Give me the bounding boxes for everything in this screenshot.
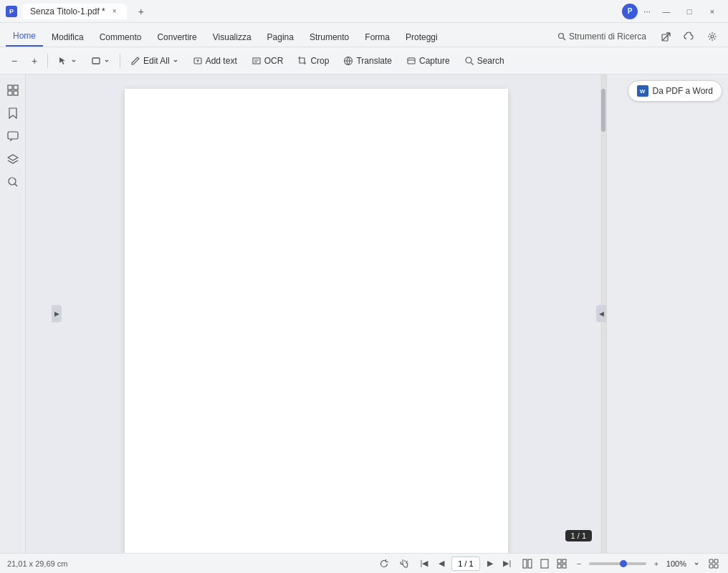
edit-all-button[interactable]: Edit All	[125, 53, 184, 69]
new-tab-button[interactable]: +	[133, 3, 150, 20]
svg-rect-22	[562, 559, 566, 563]
dropdown-arrow-2-icon	[104, 58, 110, 64]
search-button[interactable]: Search	[459, 53, 510, 69]
pdf-page	[125, 89, 508, 553]
app-icon: P	[6, 6, 17, 17]
svg-rect-15	[8, 132, 18, 139]
add-text-icon	[193, 56, 203, 66]
titlebar-left: P Senza Titolo-1.pdf * × +	[6, 3, 150, 20]
svg-point-3	[711, 35, 714, 38]
fit-page-button[interactable]	[537, 557, 552, 571]
first-page-button[interactable]: |◀	[417, 557, 431, 571]
ocr-button[interactable]: OCR	[246, 53, 289, 69]
svg-rect-12	[14, 85, 18, 90]
translate-button[interactable]: Translate	[337, 53, 398, 69]
svg-rect-27	[709, 564, 713, 568]
svg-rect-20	[541, 559, 548, 568]
left-panel-collapse-button[interactable]: ▶	[52, 305, 62, 322]
svg-point-9	[466, 57, 471, 63]
page-navigation: |◀ ◀ ▶ ▶|	[417, 557, 514, 571]
zoom-in-status-button[interactable]: +	[649, 557, 664, 571]
menu-modifica[interactable]: Modifica	[44, 28, 91, 47]
menu-forma[interactable]: Forma	[358, 28, 397, 47]
menubar-right: Strumenti di Ricerca	[550, 27, 722, 47]
edit-all-icon	[130, 56, 140, 66]
right-panel: W Da PDF a Word	[606, 74, 728, 553]
zoom-dropdown-button[interactable]	[689, 557, 704, 571]
menubar: Home Modifica Commento Convertire Visual…	[0, 23, 728, 47]
toolbar-separator-1	[47, 54, 48, 68]
zoom-controls: − + 100%	[520, 557, 721, 571]
crop-button[interactable]: Crop	[292, 53, 335, 69]
sidebar-search-button[interactable]	[3, 172, 23, 192]
menu-dots-button[interactable]: ···	[641, 5, 653, 18]
svg-rect-19	[528, 559, 532, 568]
menu-commento[interactable]: Commento	[92, 28, 149, 47]
tools-search-button[interactable]: Strumenti di Ricerca	[550, 29, 653, 44]
statusbar: 21,01 x 29,69 cm |◀ ◀ ▶ ▶|	[0, 553, 728, 573]
svg-line-17	[15, 184, 17, 186]
zoom-out-button[interactable]: −	[6, 52, 23, 69]
main-area: ▶ ◀ 1 / 1 W Da PDF a Word	[0, 74, 728, 553]
tools-search-label: Strumenti di Ricerca	[569, 32, 646, 42]
word-icon: W	[637, 85, 648, 97]
cloud-button[interactable]	[679, 27, 699, 47]
settings-button[interactable]	[702, 27, 722, 47]
next-page-button[interactable]: ▶	[483, 557, 497, 571]
scrollbar-thumb[interactable]	[601, 89, 605, 132]
hand-tool-button[interactable]	[397, 557, 411, 571]
menu-convertire[interactable]: Convertire	[150, 28, 203, 47]
zoom-slider[interactable]	[589, 562, 646, 565]
sidebar-bookmarks-button[interactable]	[3, 103, 23, 123]
page-indicator-overlay: 1 / 1	[565, 530, 592, 541]
minimize-button[interactable]: —	[656, 3, 676, 20]
last-page-button[interactable]: ▶|	[500, 557, 514, 571]
svg-rect-24	[562, 564, 566, 568]
menu-home[interactable]: Home	[6, 27, 43, 47]
zoom-out-status-button[interactable]: −	[572, 557, 586, 571]
right-panel-collapse-button[interactable]: ◀	[596, 305, 606, 322]
menu-visualizza[interactable]: Visualizza	[206, 28, 259, 47]
pdf-view-area: ▶ ◀ 1 / 1	[26, 74, 606, 553]
capture-button[interactable]: Capture	[401, 53, 456, 69]
tab-close-button[interactable]: ×	[110, 6, 120, 16]
page-number-input[interactable]	[451, 557, 480, 571]
sidebar-thumbnails-button[interactable]	[3, 80, 23, 100]
menu-pagina[interactable]: Pagina	[260, 28, 301, 47]
tab-title: Senza Titolo-1.pdf *	[30, 6, 105, 16]
close-button[interactable]: ×	[702, 3, 722, 20]
menu-strumento[interactable]: Strumento	[302, 28, 356, 47]
page-size-label: 21,01 x 29,69 cm	[7, 559, 67, 568]
view-mode-button[interactable]	[520, 557, 535, 571]
tab-active[interactable]: Senza Titolo-1.pdf * ×	[23, 4, 127, 19]
grid-view-button[interactable]	[555, 557, 569, 571]
pdf-to-word-button[interactable]: W Da PDF a Word	[628, 80, 722, 102]
prev-page-button[interactable]: ◀	[434, 557, 449, 571]
more-options-button[interactable]	[707, 557, 721, 571]
svg-rect-14	[14, 91, 18, 95]
add-text-button[interactable]: Add text	[187, 53, 243, 69]
refresh-button[interactable]	[377, 557, 391, 571]
selection-tool-button[interactable]	[52, 53, 82, 69]
zoom-level-label: 100%	[666, 559, 686, 568]
menu-proteggi[interactable]: Proteggi	[398, 28, 445, 47]
left-sidebar	[0, 74, 26, 553]
capture-icon	[406, 56, 416, 66]
translate-icon	[343, 56, 353, 66]
statusbar-right: |◀ ◀ ▶ ▶|	[377, 557, 721, 571]
svg-line-10	[471, 62, 473, 64]
edit-all-dropdown-icon	[173, 58, 178, 64]
dropdown-arrow-icon	[71, 58, 77, 64]
sidebar-layers-button[interactable]	[3, 149, 23, 169]
crop-icon	[297, 56, 307, 66]
external-link-button[interactable]	[656, 27, 676, 47]
zoom-in-button[interactable]: +	[26, 52, 43, 69]
zoom-slider-thumb[interactable]	[620, 560, 627, 567]
svg-point-16	[9, 178, 16, 185]
maximize-button[interactable]: □	[679, 3, 699, 20]
sidebar-comments-button[interactable]	[3, 126, 23, 146]
toolbar: − + Edit All A	[0, 47, 728, 74]
svg-rect-26	[714, 559, 718, 563]
page-count-badge: 1 / 1	[565, 530, 592, 541]
rectangle-tool-button[interactable]	[85, 53, 115, 69]
